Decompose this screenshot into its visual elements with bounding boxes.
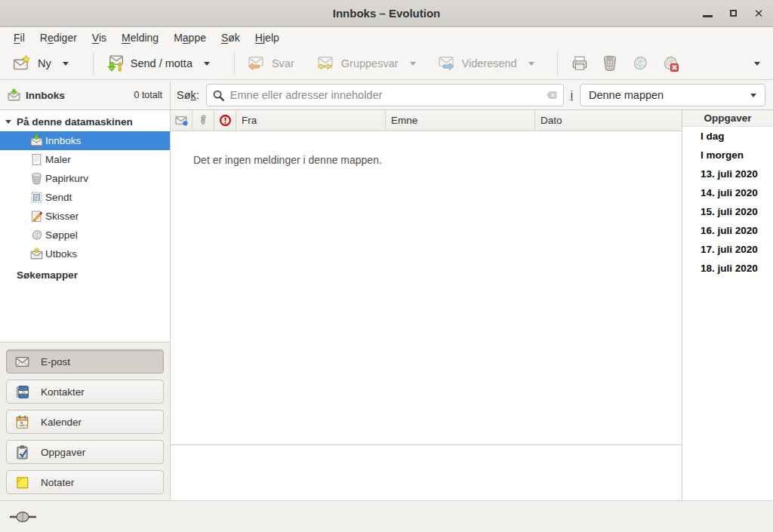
online-status-icon[interactable] — [10, 511, 37, 523]
folder-sidebar: På denne datamaskinen Innboks Maler — [0, 110, 171, 500]
search-scope-select[interactable]: Denne mappen — [580, 84, 765, 106]
drafts-icon — [30, 210, 43, 223]
new-message-button[interactable]: Ny — [8, 51, 57, 75]
task-item-date[interactable]: 17. juli 2020 — [682, 240, 773, 259]
tree-root-label: På denne datamaskinen — [17, 116, 133, 128]
maximize-button[interactable] — [723, 0, 743, 26]
delete-button[interactable] — [595, 51, 625, 76]
new-message-dropdown[interactable] — [57, 58, 74, 69]
templates-icon — [30, 153, 43, 166]
send-receive-button[interactable]: Send / motta — [100, 51, 199, 75]
toolbar-separator — [93, 52, 94, 75]
paperclip-icon — [198, 115, 209, 126]
menu-mappe[interactable]: Mappe — [166, 29, 214, 46]
menu-melding[interactable]: Melding — [114, 29, 166, 46]
folder-tree: På denne datamaskinen Innboks Maler — [0, 110, 170, 342]
sidebar-item-soppel[interactable]: Søppel — [0, 226, 170, 244]
expander-icon[interactable] — [5, 120, 11, 124]
junk-button[interactable] — [625, 51, 655, 76]
minimize-button[interactable] — [698, 0, 717, 26]
task-item-date[interactable]: 16. juli 2020 — [682, 221, 773, 240]
task-pane: Oppgaver I dag I morgen 13. juli 2020 14… — [682, 110, 773, 500]
chevron-down-icon — [410, 62, 416, 66]
forward-label: Videresend — [462, 57, 517, 69]
sidebar-item-maler[interactable]: Maler — [0, 150, 170, 169]
close-button[interactable]: ✕ — [749, 0, 768, 26]
sidebar-item-innboks[interactable]: Innboks — [0, 131, 170, 150]
tree-root-search-folders[interactable]: Søkemapper — [0, 266, 170, 284]
maximize-icon — [730, 10, 737, 17]
column-status[interactable] — [171, 110, 192, 131]
reply-button[interactable]: Svar — [242, 51, 300, 75]
read-status-icon — [175, 114, 188, 127]
group-reply-dropdown[interactable] — [405, 58, 421, 69]
column-attachment[interactable] — [192, 110, 214, 131]
search-bar: Søk: i Denne mappen — [171, 81, 773, 110]
forward-dropdown[interactable] — [523, 58, 540, 69]
chevron-down-icon — [750, 94, 756, 97]
message-list-headers: Fra Emne Dato — [171, 110, 682, 131]
task-item-date[interactable]: 18. juli 2020 — [682, 259, 773, 278]
sent-icon — [30, 191, 43, 204]
main-area: På denne datamaskinen Innboks Maler — [0, 110, 773, 500]
column-priority[interactable] — [214, 110, 236, 131]
sidebar-item-skisser[interactable]: Skisser — [0, 207, 170, 226]
switcher-label: Kalender — [41, 417, 82, 428]
switcher-calendar-button[interactable]: 3 Kalender — [6, 410, 164, 434]
send-receive-dropdown[interactable] — [199, 58, 215, 69]
task-item-date[interactable]: 15. juli 2020 — [682, 202, 773, 221]
switcher-tasks-button[interactable]: Oppgaver — [6, 440, 164, 464]
switcher-contacts-button[interactable]: Kontakter — [6, 380, 164, 404]
sidebar-item-label: Søppel — [45, 229, 78, 241]
forward-icon — [438, 55, 454, 72]
print-button[interactable] — [565, 51, 595, 76]
column-date[interactable]: Dato — [535, 110, 682, 131]
column-from[interactable]: Fra — [236, 110, 386, 131]
menu-fil[interactable]: Fil — [6, 29, 32, 46]
junk-icon — [631, 54, 649, 72]
sidebar-item-sendt[interactable]: Sendt — [0, 188, 170, 207]
search-entry[interactable] — [206, 84, 564, 106]
menu-sok[interactable]: Søk — [214, 29, 248, 46]
current-folder-name: Innboks — [26, 90, 65, 101]
task-pane-title: Oppgaver — [682, 110, 773, 127]
chevron-down-icon — [754, 62, 760, 66]
send-receive-icon — [106, 55, 123, 72]
sidebar-item-label: Innboks — [45, 135, 81, 146]
task-item-tomorrow[interactable]: I morgen — [682, 146, 773, 165]
not-junk-button[interactable] — [655, 51, 685, 76]
switcher-mail-button[interactable]: E-post — [6, 349, 164, 374]
inbox-icon — [30, 134, 43, 147]
notes-icon — [15, 475, 29, 490]
search-label: Søk: — [177, 89, 199, 101]
menubar: Fil Rediger Vis Melding Mappe Søk Hjelp — [0, 27, 773, 48]
clear-search-icon[interactable] — [546, 89, 558, 101]
forward-button[interactable]: Videresend — [432, 51, 523, 75]
search-input[interactable] — [230, 89, 540, 101]
switcher-label: Notater — [41, 477, 74, 488]
evolution-window: Innboks – Evolution ✕ Fil Rediger Vis Me… — [0, 0, 773, 532]
calendar-icon: 3 — [15, 415, 29, 429]
sidebar-item-utboks[interactable]: Utboks — [0, 244, 170, 263]
task-item-date[interactable]: 14. juli 2020 — [682, 183, 773, 202]
switcher-memos-button[interactable]: Notater — [6, 470, 164, 494]
message-list: Fra Emne Dato Det er ingen meldinger i d… — [171, 110, 682, 500]
menu-rediger[interactable]: Rediger — [32, 29, 85, 46]
group-reply-button[interactable]: Gruppesvar — [311, 51, 405, 75]
menu-hjelp[interactable]: Hjelp — [248, 29, 287, 46]
chevron-down-icon — [528, 62, 534, 66]
svg-text:3: 3 — [20, 420, 23, 427]
toolbar-overflow-dropdown[interactable] — [749, 58, 765, 69]
outbox-icon — [30, 248, 43, 260]
task-item-date[interactable]: 13. juli 2020 — [682, 165, 773, 183]
sidebar-item-papirkurv[interactable]: Papirkurv — [0, 169, 170, 188]
switcher-label: Oppgaver — [41, 447, 85, 458]
message-list-body[interactable]: Det er ingen meldinger i denne mappen. — [171, 131, 682, 445]
task-item-today[interactable]: I dag — [682, 127, 773, 146]
column-subject[interactable]: Emne — [386, 110, 535, 131]
reply-icon — [248, 55, 264, 72]
send-receive-label: Send / motta — [131, 57, 192, 69]
menu-vis[interactable]: Vis — [85, 29, 114, 46]
search-scope-value: Denne mappen — [589, 89, 664, 101]
tree-root-on-this-computer[interactable]: På denne datamaskinen — [0, 112, 170, 131]
